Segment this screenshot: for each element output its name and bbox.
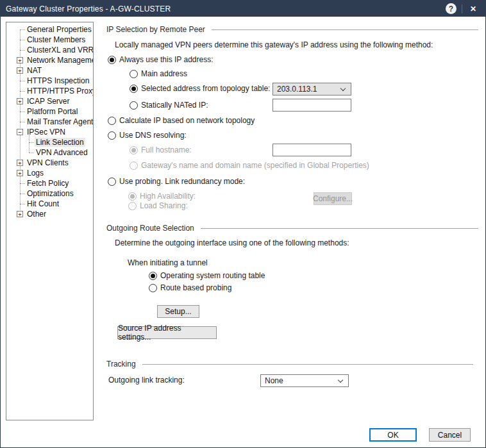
radio-topology-address[interactable]: Selected address from topology table: (130, 83, 270, 94)
titlebar-divider (462, 4, 462, 13)
section-rule (212, 29, 478, 30)
help-icon[interactable]: ? (446, 3, 457, 14)
chevron-down-icon (340, 85, 346, 90)
radio-high-availability: High Availability: (128, 191, 196, 201)
section-ip-selection-header: IP Selection by Remote Peer (106, 25, 478, 34)
statically-nated-ip-input[interactable] (272, 99, 351, 112)
radio-statically-nated-ip[interactable]: Statically NATed IP: (130, 100, 208, 110)
outgoing-link-tracking-combobox[interactable]: None (260, 374, 349, 387)
radio-icon (128, 202, 137, 210)
window-title: Gateway Cluster Properties - A-GW-CLUSTE… (1, 4, 446, 13)
ok-button[interactable]: OK (369, 428, 417, 442)
section-tracking-header: Tracking (106, 360, 473, 369)
radio-icon (149, 272, 157, 280)
source-ip-settings-button[interactable]: Source IP address settings... (117, 326, 217, 339)
chevron-down-icon (338, 377, 343, 382)
tunnel-label: When initiating a tunnel (128, 258, 208, 267)
radio-full-hostname: Full hostname: (130, 145, 192, 155)
radio-load-sharing: Load Sharing: (128, 201, 188, 211)
radio-use-probing[interactable]: Use probing. Link redundancy mode: (108, 176, 245, 187)
topology-address-combobox[interactable]: 203.0.113.1 (272, 83, 351, 95)
radio-calculate-ip[interactable]: Calculate IP based on network topology (108, 115, 255, 126)
full-hostname-input[interactable] (272, 144, 351, 156)
radio-icon (108, 117, 116, 125)
radio-icon (130, 146, 138, 154)
radio-icon (108, 131, 116, 140)
radio-icon (128, 192, 137, 201)
gateway-cluster-properties-dialog: Gateway Cluster Properties - A-GW-CLUSTE… (0, 0, 486, 448)
radio-icon (130, 101, 138, 110)
outgoing-link-tracking-label: Outgoing link tracking: (108, 376, 185, 385)
section-outgoing-route-header: Outgoing Route Selection (106, 224, 478, 233)
radio-always-use-ip[interactable]: Always use this IP address: (108, 54, 214, 65)
section-title: Outgoing Route Selection (106, 224, 194, 233)
cancel-button[interactable]: Cancel (429, 428, 471, 442)
combobox-value: None (265, 376, 283, 385)
radio-icon (130, 70, 138, 78)
radio-icon (108, 56, 116, 64)
radio-route-based-probing[interactable]: Route based probing (149, 283, 231, 293)
radio-icon (108, 178, 116, 186)
close-icon[interactable]: ✕ (467, 4, 479, 13)
combobox-value: 203.0.113.1 (277, 85, 317, 94)
title-bar: Gateway Cluster Properties - A-GW-CLUSTE… (1, 1, 485, 17)
outgoing-route-description: Determine the outgoing interface using o… (115, 238, 349, 247)
section-rule (142, 364, 473, 365)
main-panel: IP Selection by Remote Peer Locally mana… (1, 17, 485, 448)
radio-use-dns-resolving[interactable]: Use DNS resolving: (108, 130, 187, 140)
radio-icon (149, 284, 157, 292)
section-title: Tracking (106, 360, 136, 369)
setup-button[interactable]: Setup... (157, 305, 199, 318)
radio-gateway-name-domain: Gateway's name and domain name (specifie… (130, 160, 369, 170)
ip-selection-description: Locally managed VPN peers determine this… (115, 40, 433, 49)
section-title: IP Selection by Remote Peer (106, 25, 205, 34)
section-rule (201, 228, 478, 229)
configure-button: Configure... (314, 192, 352, 205)
radio-main-address[interactable]: Main address (130, 69, 187, 79)
radio-os-routing-table[interactable]: Operating system routing table (149, 270, 265, 281)
radio-icon (130, 85, 138, 93)
radio-icon (130, 162, 138, 170)
